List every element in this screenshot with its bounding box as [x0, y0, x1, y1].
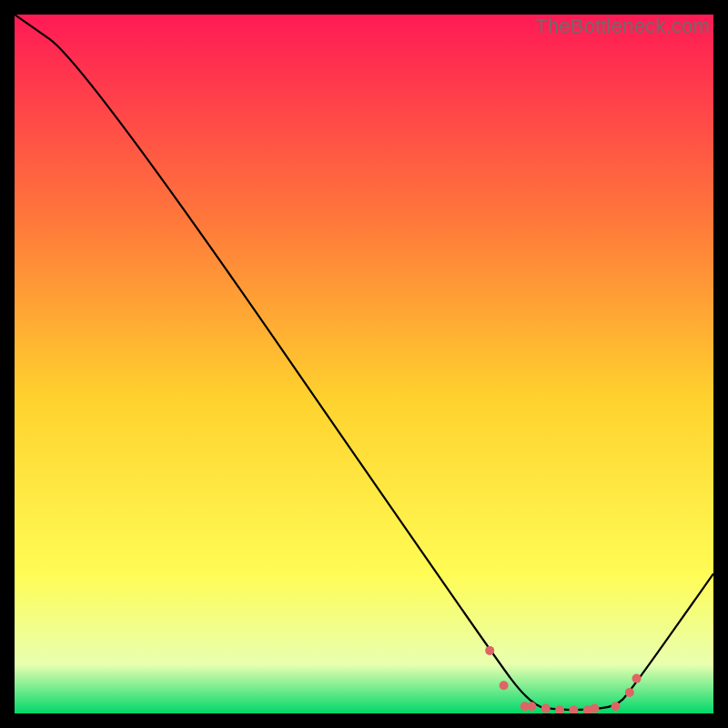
marker-point: [527, 702, 536, 711]
watermark-text: TheBottleneck.com: [535, 15, 710, 38]
marker-point: [632, 674, 642, 683]
chart-frame: TheBottleneck.com: [15, 15, 713, 713]
marker-point: [485, 646, 494, 655]
marker-point: [541, 704, 551, 713]
gradient-background: [15, 15, 713, 713]
marker-point: [612, 702, 621, 711]
marker-point: [590, 704, 599, 713]
marker-point: [625, 688, 634, 697]
marker-point: [500, 681, 509, 690]
bottleneck-chart: [15, 15, 713, 713]
